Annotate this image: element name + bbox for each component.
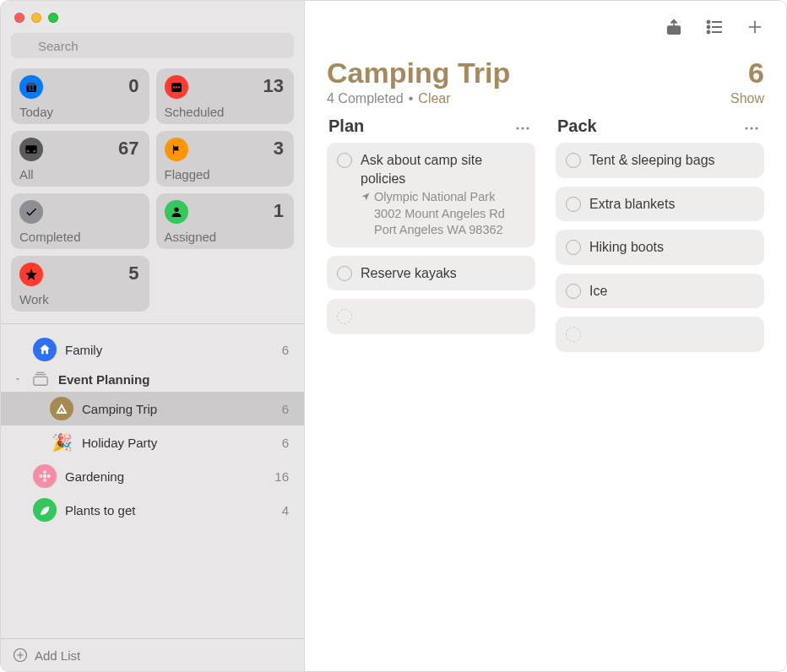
- calendar-icon: [165, 75, 188, 99]
- smart-list-scheduled[interactable]: 13 Scheduled: [156, 68, 295, 124]
- person-icon: [165, 200, 188, 224]
- show-completed-button[interactable]: Show: [730, 91, 764, 106]
- svg-point-11: [43, 474, 46, 478]
- list-count: 16: [274, 469, 289, 484]
- share-button[interactable]: [661, 16, 687, 38]
- todo-circle-placeholder: [566, 327, 581, 342]
- new-reminder-button[interactable]: [742, 16, 768, 38]
- sidebar: 11 0 Today 13 Scheduled: [1, 1, 305, 671]
- reminder-item[interactable]: Extra blankets: [556, 187, 764, 222]
- location-icon: [361, 192, 371, 202]
- list-count: 4: [282, 503, 289, 518]
- reminder-item[interactable]: Reserve kayaks: [327, 256, 535, 291]
- column-more-button[interactable]: [515, 117, 530, 135]
- todo-circle[interactable]: [566, 153, 581, 168]
- todo-circle[interactable]: [566, 284, 581, 299]
- smart-list-count: 13: [263, 75, 284, 97]
- sidebar-divider: [1, 323, 304, 324]
- subheader: 4 Completed • Clear Show: [305, 89, 786, 115]
- reminder-location-name: Olympic National Park: [374, 189, 505, 206]
- sidebar-group-event-planning[interactable]: Event Planning: [1, 366, 304, 392]
- smart-list-count: 1: [274, 200, 284, 222]
- clear-completed-button[interactable]: Clear: [418, 91, 450, 106]
- house-icon: [33, 338, 57, 361]
- smart-list-completed[interactable]: Completed: [11, 193, 149, 249]
- sidebar-list-family[interactable]: Family 6: [1, 333, 304, 366]
- svg-point-24: [516, 127, 518, 129]
- svg-rect-8: [34, 377, 47, 385]
- new-reminder-placeholder[interactable]: [556, 317, 764, 352]
- svg-point-13: [43, 479, 46, 482]
- column-plan: Plan Ask about camp site policies Olympi…: [327, 115, 535, 360]
- reminder-item[interactable]: Ask about camp site policies Olympic Nat…: [327, 143, 535, 247]
- list-count: 6: [282, 402, 289, 416]
- svg-point-12: [43, 470, 46, 474]
- new-reminder-placeholder[interactable]: [327, 299, 535, 334]
- reminder-item[interactable]: Ice: [556, 274, 764, 309]
- svg-point-18: [708, 21, 710, 24]
- search-input[interactable]: [38, 33, 287, 58]
- ellipsis-icon: [744, 126, 759, 131]
- svg-point-15: [47, 474, 51, 478]
- reminder-title: Ice: [589, 282, 754, 301]
- reminder-location-line1: 3002 Mount Angeles Rd: [374, 206, 505, 223]
- list-name: Holiday Party: [82, 436, 274, 450]
- smart-list-today[interactable]: 11 0 Today: [11, 68, 149, 124]
- close-window-button[interactable]: [14, 13, 24, 23]
- svg-point-7: [174, 208, 178, 212]
- sidebar-list-holiday-party[interactable]: 🎉 Holiday Party 6: [1, 425, 304, 459]
- add-list-label: Add List: [35, 648, 80, 663]
- sidebar-list-gardening[interactable]: Gardening 16: [1, 459, 304, 493]
- list-header: Camping Trip 6: [305, 45, 786, 89]
- app-window: 11 0 Today 13 Scheduled: [0, 0, 787, 672]
- minimize-window-button[interactable]: [31, 13, 41, 23]
- smart-list-count: 3: [274, 138, 284, 160]
- list-name: Gardening: [65, 469, 266, 484]
- toolbar: [305, 1, 786, 45]
- smart-list-assigned[interactable]: 1 Assigned: [156, 193, 295, 249]
- main-content: Camping Trip 6 4 Completed • Clear Show …: [305, 1, 786, 671]
- smart-list-flagged[interactable]: 3 Flagged: [156, 131, 295, 187]
- column-more-button[interactable]: [744, 117, 759, 135]
- reminder-title: Ask about camp site policies: [361, 151, 525, 187]
- share-icon: [665, 18, 683, 36]
- column-pack: Pack Tent & sleeping bags Extra blankets…: [556, 115, 764, 360]
- group-name: Event Planning: [58, 372, 289, 387]
- sidebar-list-camping-trip[interactable]: Camping Trip 6: [1, 392, 304, 425]
- todo-circle[interactable]: [566, 240, 581, 255]
- column-header: Plan: [327, 115, 535, 143]
- leaf-icon: [33, 498, 57, 522]
- reminder-item[interactable]: Hiking boots: [556, 230, 764, 265]
- smart-list-label: Scheduled: [165, 105, 285, 119]
- todo-circle[interactable]: [337, 266, 352, 281]
- column-title: Pack: [557, 117, 597, 136]
- smart-list-label: Flagged: [165, 167, 285, 182]
- list-name: Plants to get: [65, 503, 274, 518]
- reminder-title: Extra blankets: [589, 195, 754, 214]
- smart-list-work[interactable]: 5 Work: [11, 256, 149, 312]
- todo-circle[interactable]: [337, 153, 352, 168]
- reminder-title: Tent & sleeping bags: [589, 151, 754, 170]
- svg-rect-6: [178, 86, 180, 88]
- add-list-button[interactable]: Add List: [1, 638, 304, 671]
- svg-rect-4: [173, 86, 175, 88]
- todo-circle-placeholder: [337, 309, 352, 324]
- view-options-button[interactable]: [702, 16, 727, 38]
- window-controls: [1, 1, 304, 30]
- smart-list-label: All: [19, 167, 139, 182]
- reminder-title: Reserve kayaks: [361, 264, 525, 283]
- column-header: Pack: [556, 115, 764, 143]
- svg-point-29: [755, 127, 757, 129]
- todo-circle[interactable]: [566, 197, 581, 212]
- zoom-window-button[interactable]: [48, 13, 58, 23]
- chevron-down-icon[interactable]: [13, 375, 23, 383]
- page-title: Camping Trip: [327, 57, 510, 89]
- svg-point-27: [745, 127, 747, 129]
- svg-point-14: [39, 474, 42, 478]
- column-title: Plan: [328, 117, 364, 136]
- sidebar-list-plants[interactable]: Plants to get 4: [1, 493, 304, 527]
- star-icon: [19, 263, 43, 286]
- svg-point-26: [526, 127, 529, 129]
- smart-list-all[interactable]: 67 All: [11, 131, 149, 187]
- reminder-item[interactable]: Tent & sleeping bags: [556, 143, 764, 178]
